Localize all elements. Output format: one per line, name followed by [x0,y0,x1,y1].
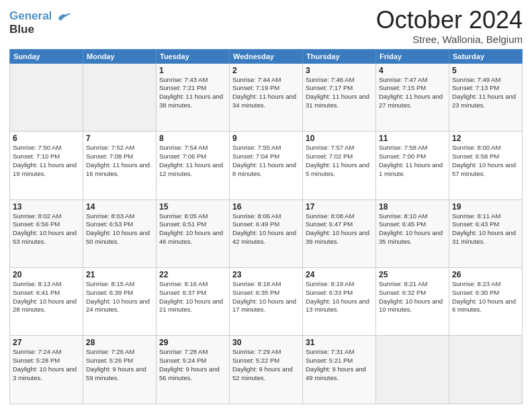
day-info: Sunrise: 7:54 AMSunset: 7:06 PMDaylight:… [159,144,226,178]
day-number: 26 [452,270,519,279]
calendar-cell: 15Sunrise: 8:05 AMSunset: 6:51 PMDayligh… [157,199,230,267]
weekday-header-thursday: Thursday [303,49,376,63]
day-number: 5 [452,66,519,75]
day-info: Sunrise: 8:08 AMSunset: 6:47 PMDaylight:… [306,212,373,246]
day-info: Sunrise: 7:46 AMSunset: 7:17 PMDaylight:… [306,76,373,110]
calendar-cell: 14Sunrise: 8:03 AMSunset: 6:53 PMDayligh… [83,199,157,267]
day-info: Sunrise: 7:58 AMSunset: 7:00 PMDaylight:… [379,144,446,178]
day-number: 15 [159,202,226,212]
calendar-cell: 10Sunrise: 7:57 AMSunset: 7:02 PMDayligh… [303,132,376,199]
page: General Blue October 2024 Stree, Walloni… [0,0,532,411]
weekday-header-saturday: Saturday [449,49,523,63]
calendar-cell: 20Sunrise: 8:13 AMSunset: 6:41 PMDayligh… [10,268,83,336]
calendar-cell: 1Sunrise: 7:43 AMSunset: 7:21 PMDaylight… [157,63,230,131]
day-info: Sunrise: 8:18 AMSunset: 6:35 PMDaylight:… [232,280,300,314]
calendar-cell: 9Sunrise: 7:55 AMSunset: 7:04 PMDaylight… [230,132,303,199]
day-info: Sunrise: 7:57 AMSunset: 7:02 PMDaylight:… [306,144,373,178]
day-number: 14 [86,202,153,212]
day-info: Sunrise: 7:49 AMSunset: 7:13 PMDaylight:… [452,76,519,110]
day-number: 8 [159,134,226,143]
calendar-cell [449,336,523,404]
calendar-cell: 17Sunrise: 8:08 AMSunset: 6:47 PMDayligh… [303,199,376,267]
day-number: 12 [452,134,519,143]
day-info: Sunrise: 8:05 AMSunset: 6:51 PMDaylight:… [159,212,226,246]
calendar-cell: 30Sunrise: 7:29 AMSunset: 5:22 PMDayligh… [230,336,303,404]
weekday-header-monday: Monday [83,49,157,63]
day-number: 17 [306,202,373,212]
weekday-header-tuesday: Tuesday [157,49,230,63]
calendar-week-row: 20Sunrise: 8:13 AMSunset: 6:41 PMDayligh… [10,268,523,336]
title-block: October 2024 Stree, Wallonia, Belgium [376,7,523,45]
day-info: Sunrise: 8:02 AMSunset: 6:56 PMDaylight:… [13,212,80,246]
calendar-week-row: 1Sunrise: 7:43 AMSunset: 7:21 PMDaylight… [10,63,523,131]
day-info: Sunrise: 7:29 AMSunset: 5:22 PMDaylight:… [232,348,300,382]
day-number: 4 [379,66,446,75]
day-number: 9 [232,134,300,143]
calendar-cell: 23Sunrise: 8:18 AMSunset: 6:35 PMDayligh… [230,268,303,336]
logo-general: General [9,9,52,22]
day-number: 29 [159,338,226,347]
day-info: Sunrise: 7:43 AMSunset: 7:21 PMDaylight:… [159,76,226,110]
weekday-header-wednesday: Wednesday [230,49,303,63]
calendar-cell: 2Sunrise: 7:44 AMSunset: 7:19 PMDaylight… [230,63,303,131]
calendar-cell: 12Sunrise: 8:00 AMSunset: 6:58 PMDayligh… [449,132,523,199]
calendar-cell: 27Sunrise: 7:24 AMSunset: 5:28 PMDayligh… [10,336,83,404]
calendar-cell: 16Sunrise: 8:06 AMSunset: 6:49 PMDayligh… [230,199,303,267]
day-info: Sunrise: 8:13 AMSunset: 6:41 PMDaylight:… [13,280,80,314]
calendar-cell [376,336,449,404]
day-number: 21 [86,270,153,279]
calendar-cell: 3Sunrise: 7:46 AMSunset: 7:17 PMDaylight… [303,63,376,131]
day-info: Sunrise: 8:00 AMSunset: 6:58 PMDaylight:… [452,144,519,178]
calendar-cell: 21Sunrise: 8:15 AMSunset: 6:39 PMDayligh… [83,268,157,336]
calendar-table: SundayMondayTuesdayWednesdayThursdayFrid… [9,49,523,404]
day-info: Sunrise: 8:06 AMSunset: 6:49 PMDaylight:… [232,212,300,246]
calendar-cell: 11Sunrise: 7:58 AMSunset: 7:00 PMDayligh… [376,132,449,199]
day-info: Sunrise: 7:28 AMSunset: 5:24 PMDaylight:… [159,348,226,382]
day-info: Sunrise: 8:19 AMSunset: 6:33 PMDaylight:… [306,280,373,314]
day-number: 13 [13,202,80,212]
day-number: 22 [159,270,226,279]
weekday-header-friday: Friday [376,49,449,63]
day-info: Sunrise: 8:10 AMSunset: 6:45 PMDaylight:… [379,212,446,246]
day-info: Sunrise: 8:16 AMSunset: 6:37 PMDaylight:… [159,280,226,314]
logo: General Blue [9,9,72,36]
day-number: 20 [13,270,80,279]
calendar-cell: 31Sunrise: 7:31 AMSunset: 5:21 PMDayligh… [303,336,376,404]
calendar-cell [83,63,157,131]
day-info: Sunrise: 7:31 AMSunset: 5:21 PMDaylight:… [306,348,373,382]
calendar-week-row: 6Sunrise: 7:50 AMSunset: 7:10 PMDaylight… [10,132,523,199]
calendar-cell: 25Sunrise: 8:21 AMSunset: 6:32 PMDayligh… [376,268,449,336]
day-number: 19 [452,202,519,212]
day-number: 31 [306,338,373,347]
calendar-cell: 22Sunrise: 8:16 AMSunset: 6:37 PMDayligh… [157,268,230,336]
day-number: 28 [86,338,153,347]
day-info: Sunrise: 7:55 AMSunset: 7:04 PMDaylight:… [232,144,300,178]
calendar-cell: 26Sunrise: 8:23 AMSunset: 6:30 PMDayligh… [449,268,523,336]
calendar-cell: 13Sunrise: 8:02 AMSunset: 6:56 PMDayligh… [10,199,83,267]
calendar-subtitle: Stree, Wallonia, Belgium [376,34,523,45]
day-number: 27 [13,338,80,347]
day-number: 1 [159,66,226,75]
day-number: 23 [232,270,300,279]
calendar-week-row: 13Sunrise: 8:02 AMSunset: 6:56 PMDayligh… [10,199,523,267]
day-number: 11 [379,134,446,143]
calendar-cell: 6Sunrise: 7:50 AMSunset: 7:10 PMDaylight… [10,132,83,199]
day-number: 10 [306,134,373,143]
calendar-cell: 28Sunrise: 7:26 AMSunset: 5:26 PMDayligh… [83,336,157,404]
logo-blue: Blue [9,23,72,36]
weekday-header-sunday: Sunday [10,49,83,63]
day-number: 6 [13,134,80,143]
day-info: Sunrise: 8:03 AMSunset: 6:53 PMDaylight:… [86,212,153,246]
calendar-cell: 4Sunrise: 7:47 AMSunset: 7:15 PMDaylight… [376,63,449,131]
day-number: 16 [232,202,300,212]
day-number: 24 [306,270,373,279]
day-info: Sunrise: 7:26 AMSunset: 5:26 PMDaylight:… [86,348,153,382]
day-info: Sunrise: 8:11 AMSunset: 6:43 PMDaylight:… [452,212,519,246]
logo-bird-icon [57,11,72,22]
weekday-header-row: SundayMondayTuesdayWednesdayThursdayFrid… [10,49,523,63]
day-number: 30 [232,338,300,347]
day-info: Sunrise: 7:44 AMSunset: 7:19 PMDaylight:… [232,76,300,110]
logo-text: General Blue [9,9,72,36]
calendar-cell: 5Sunrise: 7:49 AMSunset: 7:13 PMDaylight… [449,63,523,131]
calendar-cell: 29Sunrise: 7:28 AMSunset: 5:24 PMDayligh… [157,336,230,404]
